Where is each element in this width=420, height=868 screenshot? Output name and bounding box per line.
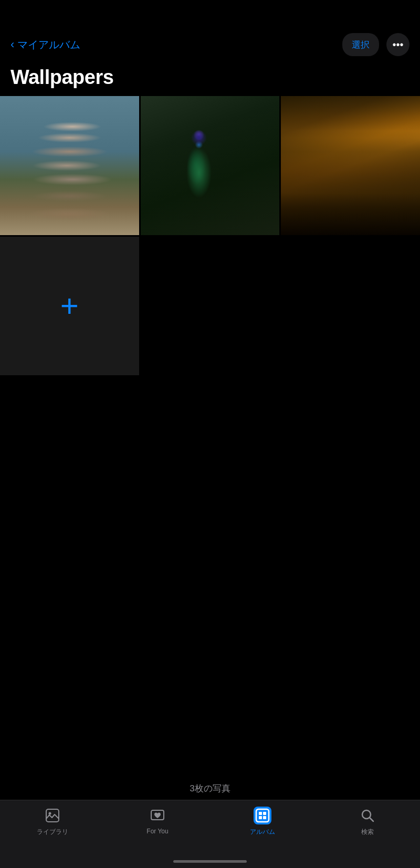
back-label: マイアルバム <box>17 38 80 52</box>
svg-line-9 <box>370 818 373 821</box>
svg-rect-5 <box>263 812 266 815</box>
home-indicator <box>173 860 247 863</box>
photo-cell-eiffel[interactable] <box>281 96 420 235</box>
for-you-tab-icon <box>149 807 166 824</box>
back-button[interactable]: ‹ マイアルバム <box>10 38 80 52</box>
svg-rect-7 <box>263 816 266 819</box>
photo-grid: + <box>0 96 420 375</box>
svg-point-1 <box>49 812 51 815</box>
album-tab-bg <box>254 807 271 824</box>
page-title: Wallpapers <box>10 66 410 89</box>
photo-count: 3枚の写真 <box>0 782 420 795</box>
ellipsis-icon: ••• <box>392 39 403 51</box>
search-tab-label: 検索 <box>361 828 374 837</box>
more-button[interactable]: ••• <box>386 33 410 56</box>
album-tab-icon-wrapper <box>254 807 271 824</box>
photo-cell-bird[interactable] <box>141 96 280 235</box>
tab-album[interactable]: アルバム <box>242 807 284 837</box>
status-bar <box>0 0 420 26</box>
photo-cell-stone[interactable] <box>0 96 139 235</box>
page-title-section: Wallpapers <box>0 63 420 96</box>
add-photo-cell[interactable]: + <box>0 237 139 376</box>
search-tab-icon <box>359 807 376 824</box>
album-tab-label: アルバム <box>250 828 275 837</box>
tab-bar: ライブラリ For You アルバム <box>0 800 420 868</box>
svg-rect-0 <box>46 809 59 822</box>
tab-search[interactable]: 検索 <box>346 807 388 837</box>
tab-for-you[interactable]: For You <box>136 807 178 835</box>
svg-rect-4 <box>259 812 262 815</box>
chevron-left-icon: ‹ <box>10 38 14 51</box>
nav-actions: 選択 ••• <box>342 33 410 56</box>
select-button[interactable]: 選択 <box>342 33 379 56</box>
svg-rect-6 <box>259 816 262 819</box>
library-tab-label: ライブラリ <box>37 828 68 837</box>
tab-library[interactable]: ライブラリ <box>32 807 74 837</box>
svg-rect-3 <box>256 809 269 822</box>
add-icon: + <box>60 290 79 322</box>
for-you-tab-label: For You <box>146 828 168 835</box>
library-tab-icon <box>44 807 61 824</box>
nav-bar: ‹ マイアルバム 選択 ••• <box>0 26 420 63</box>
